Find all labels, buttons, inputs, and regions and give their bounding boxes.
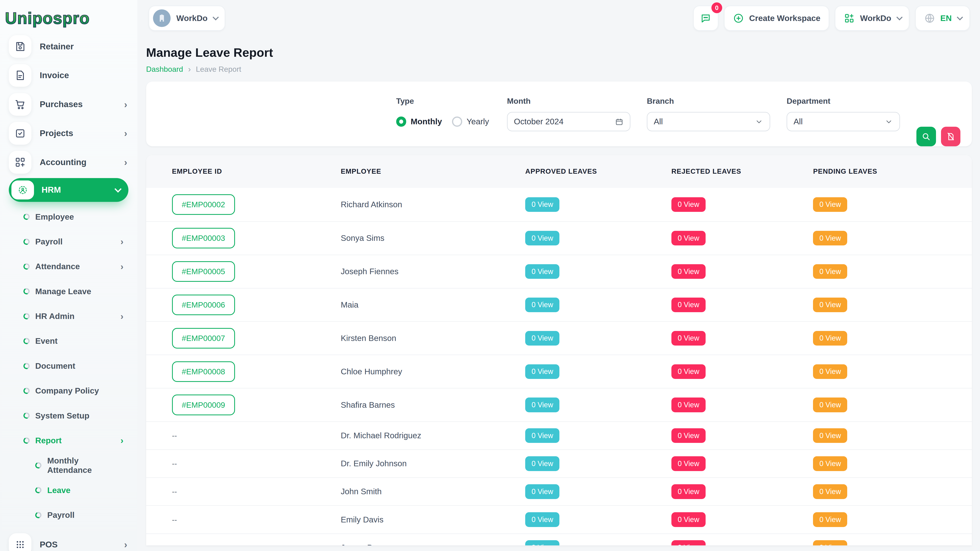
reset-filter-button[interactable] (941, 127, 961, 146)
sidebar-item-employee[interactable]: Employee (0, 205, 137, 229)
rejected-leaves-view-button[interactable]: 0 View (671, 456, 706, 471)
sidebar-item-payroll[interactable]: Payroll › (0, 229, 137, 254)
sidebar-item-report-payroll[interactable]: Payroll (0, 503, 137, 527)
employee-id-chip[interactable]: #EMP00003 (172, 228, 235, 248)
employee-id-chip[interactable]: #EMP00002 (172, 194, 235, 215)
rejected-leaves-view-button[interactable]: 0 View (671, 484, 706, 499)
employee-name: John Smith (341, 487, 525, 496)
bullet-icon (22, 337, 30, 345)
rejected-leaves-view-button[interactable]: 0 View (671, 197, 706, 212)
approved-leaves-view-button[interactable]: 0 View (525, 512, 559, 527)
calendar-icon (615, 118, 624, 126)
approved-leaves-view-button[interactable]: 0 View (525, 397, 559, 412)
rejected-leaves-view-button[interactable]: 0 View (671, 428, 706, 443)
breadcrumb-dashboard-link[interactable]: Dashboard (146, 65, 183, 73)
create-workspace-button[interactable]: Create Workspace (724, 6, 829, 31)
sidebar-item-invoice[interactable]: Invoice (0, 61, 137, 90)
branch-select[interactable]: All (647, 112, 770, 132)
sidebar-item-hr-admin[interactable]: HR Admin › (0, 304, 137, 329)
sidebar-item-purchases[interactable]: Purchases › (0, 90, 137, 119)
table-row: #EMP00007 Kirsten Benson 0 View 0 View 0… (146, 321, 972, 354)
pending-leaves-view-button[interactable]: 0 View (813, 484, 847, 499)
employee-id-chip[interactable]: #EMP00005 (172, 261, 235, 282)
approved-leaves-view-button[interactable]: 0 View (525, 540, 559, 545)
col-approved-leaves: APPROVED LEAVES (525, 167, 671, 175)
approved-leaves-view-button[interactable]: 0 View (525, 231, 559, 245)
radio-monthly[interactable]: Monthly (396, 116, 442, 127)
rejected-leaves-view-button[interactable]: 0 View (671, 397, 706, 412)
chevron-right-icon: › (121, 237, 124, 246)
approved-leaves-view-button[interactable]: 0 View (525, 298, 559, 312)
radio-yearly[interactable]: Yearly (452, 116, 489, 127)
month-label: Month (507, 97, 630, 106)
building-icon (157, 13, 167, 23)
filter-department-group: Department All (787, 97, 900, 146)
rejected-leaves-view-button[interactable]: 0 View (671, 298, 706, 312)
employee-id-empty: -- (172, 459, 341, 468)
pending-leaves-view-button[interactable]: 0 View (813, 456, 847, 471)
pending-leaves-view-button[interactable]: 0 View (813, 397, 847, 412)
topbar: WorkDo 0 Create Workspace WorkDo (137, 0, 980, 37)
sidebar-item-pos[interactable]: POS › (0, 530, 137, 551)
employee-id-chip[interactable]: #EMP00006 (172, 295, 235, 315)
approved-leaves-view-button[interactable]: 0 View (525, 264, 559, 279)
rejected-leaves-view-button[interactable]: 0 View (671, 331, 706, 346)
sidebar-item-accounting[interactable]: Accounting › (0, 148, 137, 177)
sidebar-item-attendance[interactable]: Attendance › (0, 254, 137, 279)
sidebar-item-event[interactable]: Event (0, 329, 137, 354)
pending-leaves-view-button[interactable]: 0 View (813, 264, 847, 279)
sidebar-item-retainer[interactable]: Retainer (0, 32, 137, 61)
approved-leaves-view-button[interactable]: 0 View (525, 456, 559, 471)
pending-leaves-view-button[interactable]: 0 View (813, 428, 847, 443)
sidebar-item-manage-leave[interactable]: Manage Leave (0, 279, 137, 304)
approved-leaves-view-button[interactable]: 0 View (525, 364, 559, 379)
sidebar-item-report-leave[interactable]: Leave (0, 478, 137, 503)
sidebar-item-company-policy[interactable]: Company Policy (0, 378, 137, 403)
approved-leaves-view-button[interactable]: 0 View (525, 484, 559, 499)
employee-id-chip[interactable]: #EMP00009 (172, 394, 235, 415)
breadcrumb-current: Leave Report (196, 65, 241, 73)
pending-leaves-view-button[interactable]: 0 View (813, 512, 847, 527)
rejected-leaves-view-button[interactable]: 0 View (671, 364, 706, 379)
sidebar-item-report[interactable]: Report › (0, 428, 137, 453)
sidebar-item-projects[interactable]: Projects › (0, 119, 137, 148)
rejected-leaves-view-button[interactable]: 0 View (671, 264, 706, 279)
rejected-leaves-view-button[interactable]: 0 View (671, 231, 706, 245)
cart-icon (14, 98, 26, 110)
bullet-icon (22, 238, 30, 246)
sidebar-item-report-monthly-attendance[interactable]: Monthly Attendance (0, 453, 137, 478)
search-button[interactable] (916, 127, 936, 146)
employee-id-chip[interactable]: #EMP00007 (172, 328, 235, 349)
language-selector[interactable]: EN (915, 6, 970, 31)
workspace-menu-button[interactable]: WorkDo (835, 6, 909, 31)
pending-leaves-view-button[interactable]: 0 View (813, 331, 847, 346)
employee-id-empty: -- (172, 543, 341, 545)
approved-leaves-view-button[interactable]: 0 View (525, 331, 559, 346)
floppy-icon (14, 41, 26, 52)
employee-id-chip[interactable]: #EMP00008 (172, 361, 235, 382)
approved-leaves-view-button[interactable]: 0 View (525, 197, 559, 212)
sidebar-item-document[interactable]: Document (0, 354, 137, 378)
rejected-leaves-view-button[interactable]: 0 View (671, 512, 706, 527)
pending-leaves-view-button[interactable]: 0 View (813, 197, 847, 212)
pending-leaves-view-button[interactable]: 0 View (813, 231, 847, 245)
approved-leaves-view-button[interactable]: 0 View (525, 428, 559, 443)
pending-leaves-view-button[interactable]: 0 View (813, 298, 847, 312)
sidebar-item-system-setup[interactable]: System Setup (0, 403, 137, 428)
bullet-icon (22, 287, 30, 295)
table-row: #EMP00006 Maia 0 View 0 View 0 View (146, 288, 972, 321)
messages-button[interactable]: 0 (693, 6, 718, 31)
chevron-right-icon: › (121, 436, 124, 445)
pending-leaves-view-button[interactable]: 0 View (813, 364, 847, 379)
pending-leaves-view-button[interactable]: 0 View (813, 540, 847, 545)
table-row: -- Dr. Michael Rodriguez 0 View 0 View 0… (146, 421, 972, 449)
workspace-selector[interactable]: WorkDo (149, 6, 225, 31)
rejected-leaves-view-button[interactable]: 0 View (671, 540, 706, 545)
sidebar-item-hrm[interactable]: HRM (9, 178, 129, 202)
department-select[interactable]: All (787, 112, 900, 132)
chevron-down-icon (755, 118, 764, 126)
clear-file-icon (946, 132, 955, 141)
bullet-icon (34, 462, 42, 470)
month-value: October 2024 (514, 117, 615, 126)
month-input[interactable]: October 2024 (507, 112, 630, 132)
